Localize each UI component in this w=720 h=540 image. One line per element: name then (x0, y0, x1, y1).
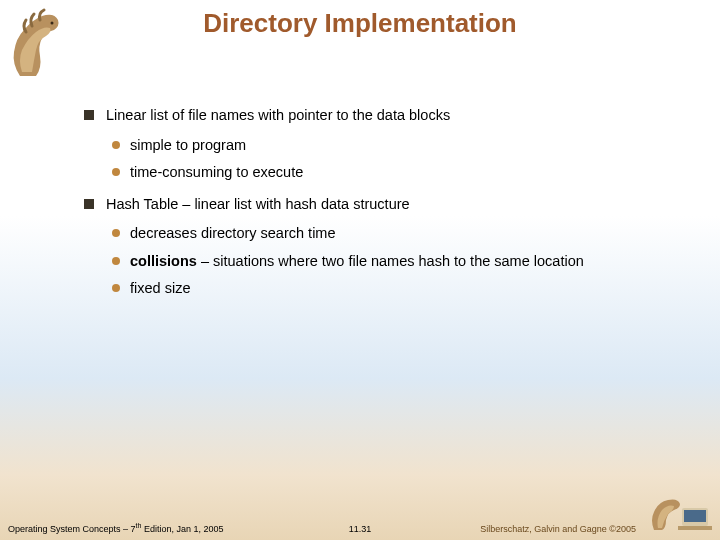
round-bullet-icon (112, 284, 120, 292)
svg-rect-2 (684, 510, 706, 522)
bullet-text: Hash Table – linear list with hash data … (106, 196, 410, 212)
slide: Directory Implementation Linear list of … (0, 0, 720, 540)
round-bullet-icon (112, 257, 120, 265)
subbullet-collisions: collisions – situations where two file n… (112, 252, 680, 272)
subbullet-text: decreases directory search time (130, 225, 336, 241)
rest-text: – situations where two file names hash t… (197, 253, 584, 269)
subbullet-text: fixed size (130, 280, 190, 296)
footer-right: Silberschatz, Galvin and Gagne ©2005 (480, 524, 636, 534)
subbullet-text: collisions – situations where two file n… (130, 253, 584, 269)
subbullet-fixed-size: fixed size (112, 279, 680, 299)
bold-term: collisions (130, 253, 197, 269)
round-bullet-icon (112, 229, 120, 237)
subbullet-text: time-consuming to execute (130, 164, 303, 180)
square-bullet-icon (84, 199, 94, 209)
round-bullet-icon (112, 141, 120, 149)
round-bullet-icon (112, 168, 120, 176)
subbullet-time-consuming: time-consuming to execute (112, 163, 680, 183)
bullet-linear-list: Linear list of file names with pointer t… (84, 106, 680, 126)
content-area: Linear list of file names with pointer t… (84, 106, 680, 307)
bullet-hash-table: Hash Table – linear list with hash data … (84, 195, 680, 215)
bullet-text: Linear list of file names with pointer t… (106, 107, 450, 123)
subbullet-text: simple to program (130, 137, 246, 153)
subbullet-decreases: decreases directory search time (112, 224, 680, 244)
subbullet-simple: simple to program (112, 136, 680, 156)
slide-title: Directory Implementation (0, 8, 720, 39)
square-bullet-icon (84, 110, 94, 120)
